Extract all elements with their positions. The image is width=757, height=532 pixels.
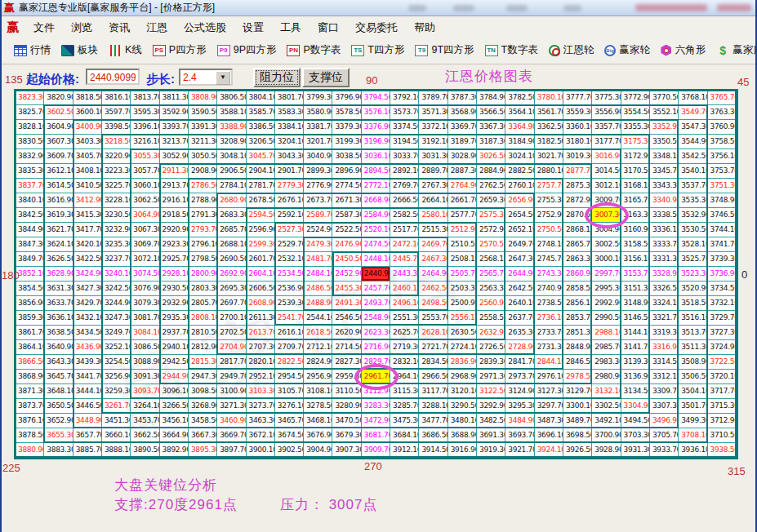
grid-cell[interactable]: 3050.50	[189, 149, 217, 164]
grid-cell[interactable]: 2642.50	[505, 282, 534, 296]
grid-cell[interactable]: 3172.90	[621, 149, 650, 164]
grid-cell[interactable]: 3703.30	[621, 428, 650, 443]
grid-cell[interactable]: 2536.90	[275, 282, 304, 296]
grid-cell[interactable]: 3892.90	[160, 443, 189, 458]
grid-cell[interactable]: 3499.30	[679, 414, 707, 428]
grid-cell[interactable]: 2853.70	[563, 311, 592, 326]
grid-cell[interactable]: 2870.50	[563, 208, 592, 223]
grid-cell[interactable]: 3928.90	[592, 443, 621, 458]
grid-cell[interactable]: 2827.30	[332, 355, 361, 370]
menu-item[interactable]: 公式选股	[176, 20, 234, 35]
grid-cell[interactable]: 3199.30	[332, 135, 361, 149]
grid-cell[interactable]: 3336.10	[650, 223, 679, 237]
grid-cell[interactable]: 3103.30	[247, 384, 275, 399]
grid-cell[interactable]: 2940.10	[160, 340, 189, 355]
grid-cell[interactable]: 2841.70	[505, 355, 534, 370]
grid-cell[interactable]: 3307.30	[650, 399, 679, 414]
grid-cell[interactable]: 2697.70	[217, 296, 246, 311]
grid-cell[interactable]: 3849.70	[16, 252, 44, 267]
grid-cell[interactable]: 2582.50	[390, 208, 419, 223]
grid-cell[interactable]: 3516.10	[679, 311, 707, 326]
grid-cell[interactable]: 3206.50	[247, 135, 275, 149]
grid-cell[interactable]: 3139.30	[621, 355, 650, 370]
grid-cell[interactable]: 3588.10	[217, 105, 246, 120]
grid-cell[interactable]: 3424.90	[73, 267, 102, 282]
support-button[interactable]: 支撑位	[302, 68, 350, 87]
grid-cell[interactable]: 3348.10	[650, 149, 679, 164]
grid-cell[interactable]: 2668.90	[362, 193, 390, 208]
grid-cell[interactable]: 3259.30	[102, 384, 131, 399]
grid-cell[interactable]: 3626.50	[44, 252, 73, 267]
grid-cell[interactable]: 3580.90	[304, 105, 332, 120]
grid-cell[interactable]: 2836.90	[448, 355, 477, 370]
grid-cell[interactable]: 3734.50	[708, 282, 737, 296]
grid-cell[interactable]: 2942.50	[160, 355, 189, 370]
grid-cell[interactable]: 3508.90	[679, 355, 707, 370]
grid-cell[interactable]: 2808.10	[189, 311, 217, 326]
grid-cell[interactable]: 3364.90	[505, 120, 534, 135]
grid-cell[interactable]: 3895.30	[189, 443, 217, 458]
grid-cell[interactable]: 3681.70	[362, 428, 390, 443]
grid-cell[interactable]: 3237.70	[102, 252, 131, 267]
grid-cell[interactable]: 3907.30	[332, 443, 361, 458]
grid-cell[interactable]: 2980.90	[592, 370, 621, 384]
grid-cell[interactable]: 3604.90	[44, 120, 73, 135]
grid-cell[interactable]: 3727.30	[708, 326, 737, 340]
grid-cell[interactable]: 2695.30	[217, 282, 246, 296]
grid-cell[interactable]: 2632.90	[477, 326, 505, 340]
grid-cell[interactable]: 3614.50	[44, 179, 73, 193]
grid-cell[interactable]: 3708.10	[679, 428, 707, 443]
grid-cell[interactable]: 3676.90	[304, 428, 332, 443]
grid-cell[interactable]: 3871.30	[16, 384, 44, 399]
grid-cell[interactable]: 3844.90	[16, 223, 44, 237]
grid-cell[interactable]: 2935.30	[160, 311, 189, 326]
grid-cell[interactable]: 2481.70	[304, 252, 332, 267]
grid-cell[interactable]: 3434.50	[73, 326, 102, 340]
grid-cell[interactable]: 3273.70	[247, 399, 275, 414]
grid-cell[interactable]: 3864.10	[16, 340, 44, 355]
grid-cell[interactable]: 3196.90	[362, 135, 390, 149]
grid-cell[interactable]: 2592.10	[275, 208, 304, 223]
grid-cell[interactable]: 3859.30	[16, 311, 44, 326]
grid-cell[interactable]: 3160.90	[621, 223, 650, 237]
grid-cell[interactable]: 2613.70	[247, 326, 275, 340]
grid-cell[interactable]: 3021.70	[535, 149, 563, 164]
grid-cell[interactable]: 2584.90	[362, 208, 390, 223]
grid-cell[interactable]: 3564.10	[505, 105, 534, 120]
grid-cell[interactable]: 3597.70	[102, 105, 131, 120]
grid-cell[interactable]: 2479.30	[304, 237, 332, 252]
grid-cell[interactable]: 2563.30	[477, 282, 505, 296]
grid-cell[interactable]: 3271.30	[217, 399, 246, 414]
grid-cell[interactable]: 3057.70	[131, 164, 159, 179]
grid-cell[interactable]: 3120.10	[448, 384, 477, 399]
grid-cell[interactable]: 3444.10	[73, 384, 102, 399]
grid-cell[interactable]: 3825.70	[16, 105, 44, 120]
grid-cell[interactable]: 3801.70	[275, 91, 304, 105]
grid-cell[interactable]: 2719.30	[390, 340, 419, 355]
grid-cell[interactable]: 3014.50	[592, 164, 621, 179]
grid-cell[interactable]: 3288.10	[419, 399, 448, 414]
grid-cell[interactable]: 3213.70	[160, 135, 189, 149]
grid-cell[interactable]: 3038.50	[332, 149, 361, 164]
grid-cell[interactable]: 2601.70	[247, 252, 275, 267]
grid-cell[interactable]: 2688.10	[217, 237, 246, 252]
grid-cell[interactable]: 3170.50	[621, 164, 650, 179]
grid-cell[interactable]: 3691.30	[477, 428, 505, 443]
grid-cell[interactable]: 3504.10	[679, 384, 707, 399]
grid-cell[interactable]: 2947.30	[189, 370, 217, 384]
grid-cell[interactable]: 2683.30	[217, 208, 246, 223]
grid-cell[interactable]: 3741.70	[708, 237, 737, 252]
grid-cell[interactable]: 3007.30	[592, 208, 621, 223]
grid-cell[interactable]: 2817.70	[217, 355, 246, 370]
grid-cell[interactable]: 3837.70	[16, 179, 44, 193]
grid-cell[interactable]: 3072.10	[131, 252, 159, 267]
grid-cell[interactable]: 3880.90	[16, 443, 44, 458]
grid-cell[interactable]: 2659.30	[477, 193, 505, 208]
grid-cell[interactable]: 2949.70	[217, 370, 246, 384]
grid-cell[interactable]: 3302.50	[592, 399, 621, 414]
grid-cell[interactable]: 3441.70	[73, 370, 102, 384]
toolbar-button[interactable]: T99T四方形	[415, 43, 474, 57]
grid-cell[interactable]: 3823.30	[16, 91, 44, 105]
grid-cell[interactable]: 2786.50	[189, 179, 217, 193]
grid-cell[interactable]: 2976.10	[535, 370, 563, 384]
